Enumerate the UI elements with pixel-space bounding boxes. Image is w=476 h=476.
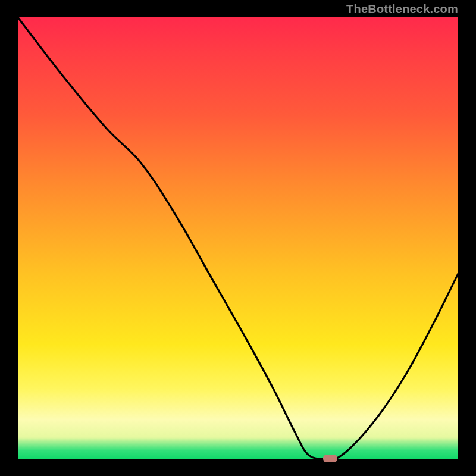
watermark-text: TheBottleneck.com — [346, 2, 458, 16]
plot-area — [18, 17, 458, 459]
chart-frame: TheBottleneck.com — [0, 0, 476, 476]
bottleneck-curve — [18, 17, 458, 459]
optimal-marker-icon — [323, 455, 337, 462]
